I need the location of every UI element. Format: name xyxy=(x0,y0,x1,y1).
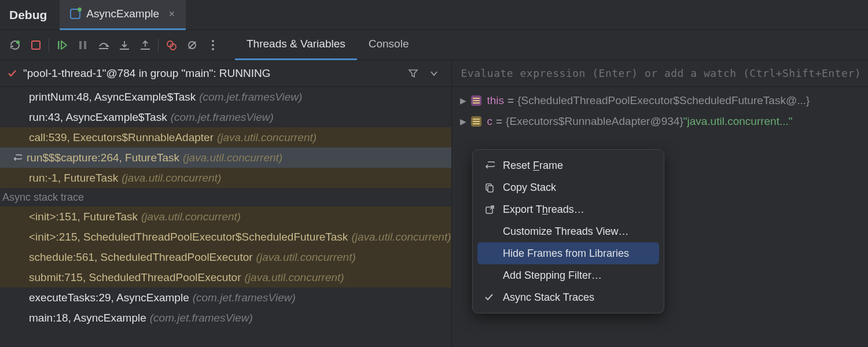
mute-breakpoints-button[interactable] xyxy=(182,35,203,56)
menu-hide-library-frames[interactable]: Hide Frames from Libraries xyxy=(477,242,659,264)
close-icon[interactable]: ✕ xyxy=(165,9,175,19)
svg-point-13 xyxy=(212,44,214,46)
frame-package: (java.util.concurrent) xyxy=(122,172,221,184)
step-over-button[interactable] xyxy=(93,35,114,56)
svg-rect-20 xyxy=(473,123,480,124)
stack-frame[interactable]: <init>:215, ScheduledThreadPoolExecutor$… xyxy=(0,227,451,247)
check-icon xyxy=(484,293,497,302)
frames-panel: "pool-1-thread-1"@784 in group "main": R… xyxy=(0,60,452,347)
variable-name: this xyxy=(487,94,505,107)
step-into-button[interactable] xyxy=(114,35,135,56)
menu-label: Export Threads… xyxy=(503,204,584,216)
menu-label: Copy Stack xyxy=(503,182,556,194)
variable-row[interactable]: ▶c = {Executors$RunnableAdapter@934} "ja… xyxy=(452,111,869,132)
variable-value: {ScheduledThreadPoolExecutor$ScheduledFu… xyxy=(517,94,810,107)
top-row: Debug AsyncExample ✕ xyxy=(0,0,868,30)
frame-signature: run$$$capture:264, FutureTask xyxy=(27,152,179,164)
stack-frame[interactable]: run:43, AsyncExample$Task(com.jet.frames… xyxy=(0,107,451,127)
frame-signature: submit:715, ScheduledThreadPoolExecutor xyxy=(29,271,241,284)
frame-signature: schedule:561, ScheduledThreadPoolExecuto… xyxy=(29,251,253,264)
evaluate-input[interactable]: Evaluate expression (Enter) or add a wat… xyxy=(452,60,869,87)
stack-frame[interactable]: printNum:48, AsyncExample$Task(com.jet.f… xyxy=(0,87,451,107)
thread-label: "pool-1-thread-1"@784 in group "main": R… xyxy=(23,67,271,80)
svg-rect-22 xyxy=(488,186,493,192)
svg-rect-6 xyxy=(120,49,129,50)
svg-rect-2 xyxy=(58,41,60,49)
debug-tool-title: Debug xyxy=(0,8,60,22)
stack-frame[interactable]: executeTasks:29, AsyncExample(com.jet.fr… xyxy=(0,287,451,308)
panel-tabs: Threads & Variables Console xyxy=(235,30,420,60)
frame-package: (com.jet.framesView) xyxy=(150,312,253,324)
svg-rect-18 xyxy=(473,119,480,120)
field-icon xyxy=(471,95,481,106)
chevron-right-icon[interactable]: ▶ xyxy=(460,117,466,126)
variable-row[interactable]: ▶this = {ScheduledThreadPoolExecutor$Sch… xyxy=(452,90,869,111)
step-out-button[interactable] xyxy=(135,35,156,56)
frame-signature: call:539, Executors$RunnableAdapter xyxy=(29,131,214,144)
stack-frame[interactable]: run$$$capture:264, FutureTask(java.util.… xyxy=(0,147,451,168)
variables-list[interactable]: ▶this = {ScheduledThreadPoolExecutor$Sch… xyxy=(452,87,869,132)
menu-label: Async Stack Traces xyxy=(503,291,594,304)
field-icon xyxy=(471,116,481,127)
frames-list[interactable]: printNum:48, AsyncExample$Task(com.jet.f… xyxy=(0,87,451,347)
stack-frame[interactable]: <init>:151, FutureTask(java.util.concurr… xyxy=(0,206,451,227)
separator xyxy=(49,39,49,51)
main-split: "pool-1-thread-1"@784 in group "main": R… xyxy=(0,60,868,347)
tab-label: AsyncExample xyxy=(86,8,159,20)
chevron-down-icon[interactable] xyxy=(424,63,444,84)
svg-rect-15 xyxy=(473,98,480,99)
svg-rect-16 xyxy=(473,100,480,101)
frame-package: (java.util.concurrent) xyxy=(351,231,451,243)
svg-point-12 xyxy=(212,40,214,42)
thread-selector[interactable]: "pool-1-thread-1"@784 in group "main": R… xyxy=(0,60,451,87)
stack-frame[interactable]: call:539, Executors$RunnableAdapter(java… xyxy=(0,127,451,147)
menu-export-threads[interactable]: Export Threads… xyxy=(477,198,659,220)
stack-frame[interactable]: run:-1, FutureTask(java.util.concurrent) xyxy=(0,168,451,188)
stack-frame[interactable]: schedule:561, ScheduledThreadPoolExecuto… xyxy=(0,247,451,267)
stop-button[interactable] xyxy=(25,35,46,56)
frame-package: (java.util.concurrent) xyxy=(245,271,344,284)
frame-package: (com.jet.framesView) xyxy=(199,91,302,104)
frame-signature: run:43, AsyncExample$Task xyxy=(29,111,167,124)
tab-run-config[interactable]: AsyncExample ✕ xyxy=(60,0,186,30)
stack-frame[interactable]: main:18, AsyncExample(com.jet.framesView… xyxy=(0,308,451,328)
rerun-button[interactable] xyxy=(5,35,25,56)
debug-toolbar: Threads & Variables Console xyxy=(0,30,868,60)
svg-rect-17 xyxy=(473,102,480,104)
chevron-right-icon[interactable]: ▶ xyxy=(460,96,466,105)
filter-icon[interactable] xyxy=(403,63,424,84)
frame-signature: executeTasks:29, AsyncExample xyxy=(29,291,189,304)
stack-frame[interactable]: submit:715, ScheduledThreadPoolExecutor(… xyxy=(0,267,451,287)
svg-point-14 xyxy=(212,48,214,50)
more-button[interactable] xyxy=(203,35,223,56)
class-icon xyxy=(70,9,80,19)
menu-add-stepping-filter[interactable]: Add Stepping Filter… xyxy=(477,264,659,286)
reset-frame-icon xyxy=(13,153,22,163)
frame-signature: run:-1, FutureTask xyxy=(29,172,118,184)
variable-name: c xyxy=(487,115,493,128)
tab-console[interactable]: Console xyxy=(357,30,421,60)
svg-rect-5 xyxy=(99,48,108,49)
frames-context-menu: Reset Frame Copy Stack Export Threads… C… xyxy=(472,149,664,313)
pause-button[interactable] xyxy=(72,35,93,56)
menu-reset-frame[interactable]: Reset Frame xyxy=(477,154,659,176)
frame-signature: <init>:151, FutureTask xyxy=(29,211,138,223)
svg-rect-3 xyxy=(79,41,82,49)
view-breakpoints-button[interactable] xyxy=(161,35,182,56)
svg-rect-4 xyxy=(84,41,86,49)
variable-string: "java.util.concurrent..." xyxy=(683,115,793,128)
frame-signature: main:18, AsyncExample xyxy=(29,312,146,324)
frame-signature: printNum:48, AsyncExample$Task xyxy=(29,91,196,104)
svg-point-0 xyxy=(16,40,20,44)
frame-package: (java.util.concurrent) xyxy=(183,152,282,164)
menu-async-stack-traces[interactable]: Async Stack Traces xyxy=(477,286,659,308)
frame-signature: <init>:215, ScheduledThreadPoolExecutor$… xyxy=(29,231,348,243)
menu-customize-view[interactable]: Customize Threads View… xyxy=(477,220,659,242)
tab-threads-variables[interactable]: Threads & Variables xyxy=(235,30,357,60)
resume-button[interactable] xyxy=(52,35,72,56)
menu-copy-stack[interactable]: Copy Stack xyxy=(477,176,659,198)
check-icon xyxy=(7,68,17,79)
menu-label: Add Stepping Filter… xyxy=(503,270,602,282)
menu-label: Customize Threads View… xyxy=(503,226,628,238)
export-icon xyxy=(484,204,497,215)
